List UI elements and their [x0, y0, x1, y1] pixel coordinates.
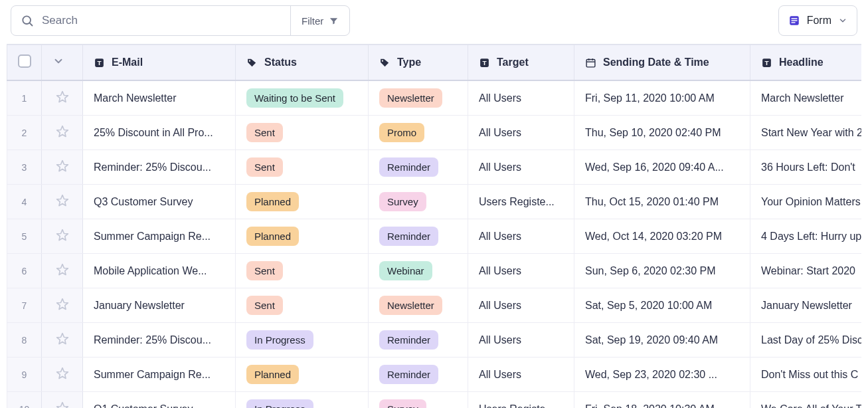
cell-target[interactable]: All Users	[468, 219, 574, 254]
svg-text:T: T	[482, 59, 486, 66]
cell-date[interactable]: Sun, Sep 6, 2020 02:30 PM	[574, 254, 750, 288]
cell-email[interactable]: March Newsletter	[83, 80, 236, 116]
col-date[interactable]: Sending Date & Time	[574, 45, 750, 80]
cell-email[interactable]: Q1 Customer Survey	[83, 392, 236, 409]
cell-date[interactable]: Thu, Oct 15, 2020 01:40 PM	[574, 185, 750, 219]
cell-type[interactable]: Newsletter	[369, 288, 468, 323]
star-icon[interactable]	[56, 159, 69, 173]
cell-target[interactable]: All Users	[468, 323, 574, 357]
col-type[interactable]: Type	[369, 45, 468, 80]
cell-type[interactable]: Reminder	[369, 323, 468, 357]
star-icon[interactable]	[56, 401, 69, 409]
cell-headline[interactable]: January Newsletter	[750, 288, 862, 323]
cell-target[interactable]: All Users	[468, 254, 574, 288]
cell-target[interactable]: Users Registe...	[468, 392, 574, 409]
cell-status[interactable]: Planned	[236, 185, 369, 219]
cell-target[interactable]: All Users	[468, 150, 574, 185]
cell-target[interactable]: Users Registe...	[468, 185, 574, 219]
cell-status[interactable]: Sent	[236, 116, 369, 150]
col-target[interactable]: T Target	[468, 45, 574, 80]
svg-marker-21	[56, 195, 68, 205]
cell-type[interactable]: Survey	[369, 392, 468, 409]
star-icon[interactable]	[56, 263, 69, 276]
table-row[interactable]: 225% Discount in All Pro...SentPromoAll …	[7, 116, 862, 150]
tag-icon	[379, 57, 391, 68]
cell-status[interactable]: Sent	[236, 254, 369, 288]
star-icon[interactable]	[56, 194, 69, 207]
cell-headline[interactable]: 4 Days Left: Hurry up	[750, 219, 862, 254]
row-number: 8	[7, 323, 42, 357]
cell-target[interactable]: All Users	[468, 116, 574, 150]
cell-email[interactable]: Reminder: 25% Discou...	[83, 150, 236, 185]
cell-headline[interactable]: Don't Miss out this C	[750, 357, 862, 392]
star-icon[interactable]	[56, 367, 69, 380]
search-input[interactable]	[41, 13, 281, 28]
cell-status[interactable]: Sent	[236, 288, 369, 323]
cell-status[interactable]: Planned	[236, 219, 369, 254]
cell-date[interactable]: Wed, Sep 23, 2020 02:30 ...	[574, 357, 750, 392]
table-row[interactable]: 7January NewsletterSentNewsletterAll Use…	[7, 288, 862, 323]
col-headline[interactable]: T Headline	[750, 45, 862, 80]
calendar-icon	[585, 57, 596, 68]
cell-headline[interactable]: We Care All of Your T	[750, 392, 862, 409]
cell-email[interactable]: January Newsletter	[83, 288, 236, 323]
cell-date[interactable]: Fri, Sep 18, 2020 10:30 AM	[574, 392, 750, 409]
filter-button[interactable]: Filter	[290, 6, 349, 35]
table-row[interactable]: 1March NewsletterWaiting to be SentNewsl…	[7, 80, 862, 116]
star-icon[interactable]	[56, 90, 69, 104]
star-icon[interactable]	[56, 332, 69, 346]
table-row[interactable]: 3Reminder: 25% Discou...SentReminderAll …	[7, 150, 862, 185]
cell-status[interactable]: Planned	[236, 357, 369, 392]
table-row[interactable]: 10Q1 Customer SurveyIn ProgressSurveyUse…	[7, 392, 862, 409]
table-row[interactable]: 6Mobile Application We...SentWebinarAll …	[7, 254, 862, 288]
cell-email[interactable]: Reminder: 25% Discou...	[83, 323, 236, 357]
cell-status[interactable]: In Progress	[236, 392, 369, 409]
cell-headline[interactable]: 36 Hours Left: Don't	[750, 150, 862, 185]
row-number: 1	[7, 80, 42, 116]
cell-date[interactable]: Sat, Sep 5, 2020 10:00 AM	[574, 288, 750, 323]
col-email[interactable]: T E-Mail	[83, 45, 236, 80]
cell-headline[interactable]: Webinar: Start 2020	[750, 254, 862, 288]
cell-type[interactable]: Survey	[369, 185, 468, 219]
cell-headline[interactable]: Your Opinion Matters	[750, 185, 862, 219]
cell-email[interactable]: 25% Discount in All Pro...	[83, 116, 236, 150]
cell-target[interactable]: All Users	[468, 288, 574, 323]
star-icon[interactable]	[56, 125, 69, 138]
svg-marker-23	[56, 264, 68, 274]
cell-date[interactable]: Wed, Oct 14, 2020 03:20 PM	[574, 219, 750, 254]
cell-status[interactable]: Sent	[236, 150, 369, 185]
svg-rect-4	[791, 20, 797, 21]
cell-type[interactable]: Webinar	[369, 254, 468, 288]
chevron-down-icon[interactable]	[52, 55, 64, 67]
col-status[interactable]: Status	[236, 45, 369, 80]
cell-target[interactable]: All Users	[468, 357, 574, 392]
star-icon[interactable]	[56, 229, 69, 242]
cell-headline[interactable]: Start New Year with 2	[750, 116, 862, 150]
cell-target[interactable]: All Users	[468, 80, 574, 116]
cell-type[interactable]: Reminder	[369, 219, 468, 254]
table-row[interactable]: 8Reminder: 25% Discou...In ProgressRemin…	[7, 323, 862, 357]
table-row[interactable]: 4Q3 Customer SurveyPlannedSurveyUsers Re…	[7, 185, 862, 219]
cell-type[interactable]: Newsletter	[369, 80, 468, 116]
table-row[interactable]: 9Summer Campaign Re...PlannedReminderAll…	[7, 357, 862, 392]
cell-type[interactable]: Reminder	[369, 357, 468, 392]
view-switch-button[interactable]: Form	[778, 5, 857, 36]
cell-email[interactable]: Mobile Application We...	[83, 254, 236, 288]
cell-email[interactable]: Summer Campaign Re...	[83, 357, 236, 392]
cell-status[interactable]: Waiting to be Sent	[236, 80, 369, 116]
cell-type[interactable]: Reminder	[369, 150, 468, 185]
cell-headline[interactable]: March Newsletter	[750, 80, 862, 116]
star-icon[interactable]	[56, 298, 69, 311]
select-all-checkbox[interactable]	[18, 54, 31, 68]
cell-date[interactable]: Sat, Sep 19, 2020 09:40 AM	[574, 323, 750, 357]
cell-date[interactable]: Thu, Sep 10, 2020 02:40 PM	[574, 116, 750, 150]
cell-date[interactable]: Wed, Sep 16, 2020 09:40 A...	[574, 150, 750, 185]
table-row[interactable]: 5Summer Campaign Re...PlannedReminderAll…	[7, 219, 862, 254]
cell-email[interactable]: Q3 Customer Survey	[83, 185, 236, 219]
text-icon: T	[479, 57, 490, 68]
cell-headline[interactable]: Last Day of 25% Disc	[750, 323, 862, 357]
cell-email[interactable]: Summer Campaign Re...	[83, 219, 236, 254]
cell-type[interactable]: Promo	[369, 116, 468, 150]
cell-date[interactable]: Fri, Sep 11, 2020 10:00 AM	[574, 80, 750, 116]
cell-status[interactable]: In Progress	[236, 323, 369, 357]
